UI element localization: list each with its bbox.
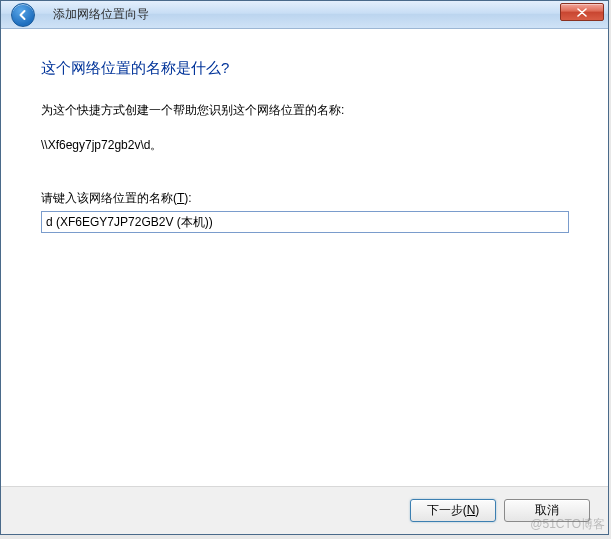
- network-path: \\Xf6egy7jp72gb2v\d。: [41, 137, 568, 154]
- close-icon: [577, 8, 587, 17]
- next-button[interactable]: 下一步(N): [410, 499, 496, 522]
- titlebar: 添加网络位置向导: [1, 1, 608, 29]
- close-button[interactable]: [560, 3, 604, 21]
- arrow-left-icon: [17, 9, 29, 21]
- instruction-text: 为这个快捷方式创建一个帮助您识别这个网络位置的名称:: [41, 102, 568, 119]
- location-name-input[interactable]: [41, 211, 569, 233]
- footer: 下一步(N) 取消: [1, 486, 608, 534]
- window-title: 添加网络位置向导: [53, 6, 149, 23]
- cancel-button[interactable]: 取消: [504, 499, 590, 522]
- content-area: 这个网络位置的名称是什么? 为这个快捷方式创建一个帮助您识别这个网络位置的名称:…: [1, 29, 608, 486]
- input-label: 请键入该网络位置的名称(T):: [41, 190, 568, 207]
- page-heading: 这个网络位置的名称是什么?: [41, 59, 568, 78]
- wizard-window: 添加网络位置向导 这个网络位置的名称是什么? 为这个快捷方式创建一个帮助您识别这…: [0, 0, 609, 535]
- back-button[interactable]: [11, 3, 35, 27]
